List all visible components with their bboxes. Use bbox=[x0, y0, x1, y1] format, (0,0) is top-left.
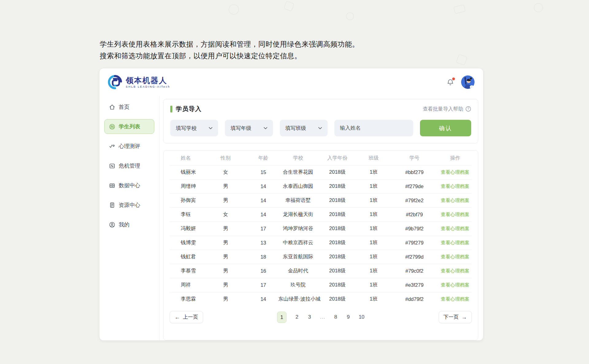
left-arrow-icon: ← bbox=[175, 314, 180, 320]
view-psych-profile-link[interactable]: 查看心理档案 bbox=[441, 268, 469, 273]
view-psych-profile-link[interactable]: 查看心理档案 bbox=[441, 184, 469, 189]
cell-age: 14 bbox=[248, 207, 279, 222]
cell-class: 1班 bbox=[357, 264, 390, 278]
filter-row: 填写学校填写年级填写班级确认 bbox=[170, 120, 471, 136]
notification-dot bbox=[452, 78, 455, 80]
next-page-button[interactable]: 下一页 → bbox=[439, 311, 472, 323]
sidebar-item-6[interactable]: 资源中心 bbox=[104, 198, 154, 212]
page-number-2[interactable]: 2 bbox=[295, 314, 299, 320]
cell-action: 查看心理档案 bbox=[439, 179, 472, 193]
cell-id: #9b79f2 bbox=[390, 222, 439, 236]
cell-gender: 男 bbox=[203, 264, 248, 278]
decor-circle bbox=[229, 4, 239, 15]
cell-gender: 女 bbox=[203, 165, 248, 179]
select-placeholder: 填写班级 bbox=[285, 125, 306, 132]
page-number-3[interactable]: 3 bbox=[307, 314, 312, 320]
notification-bell-icon[interactable] bbox=[446, 78, 454, 86]
prev-page-button[interactable]: ← 上一页 bbox=[170, 311, 203, 323]
column-header: 操作 bbox=[439, 151, 472, 165]
cell-id: #79f279 bbox=[390, 236, 439, 250]
cell-year: 2018级 bbox=[318, 179, 357, 193]
view-psych-profile-link[interactable]: 查看心理档案 bbox=[441, 296, 469, 301]
cell-age: 18 bbox=[248, 250, 279, 264]
column-header: 入学年份 bbox=[318, 151, 357, 165]
view-psych-profile-link[interactable]: 查看心理档案 bbox=[441, 212, 469, 217]
crisis-monitor-icon bbox=[109, 163, 115, 169]
cell-age: 14 bbox=[248, 179, 279, 193]
design-annotation: 学生列表使用表格来展示数据，方据阅读和管理，同时使用绿色来强调高频功能。 搜索和… bbox=[100, 38, 359, 62]
student-table-panel: 姓名性别年龄学校入学年份班级学号操作 钱丽米女15合生世界花园2018级1班#b… bbox=[163, 150, 478, 340]
sidebar-item-5[interactable]: 数据中心 bbox=[104, 178, 154, 193]
view-psych-profile-link[interactable]: 查看心理档案 bbox=[441, 226, 469, 231]
sidebar-item-4[interactable]: 危机管理 bbox=[104, 158, 154, 173]
sidebar-item-label: 数据中心 bbox=[119, 182, 140, 189]
sidebar-item-label: 首页 bbox=[119, 103, 129, 111]
name-input[interactable] bbox=[334, 120, 413, 136]
view-psych-profile-link[interactable]: 查看心理档案 bbox=[441, 282, 469, 287]
column-header: 学号 bbox=[390, 151, 439, 165]
cell-class: 1班 bbox=[357, 193, 390, 207]
school-select[interactable]: 填写学校 bbox=[170, 120, 218, 136]
cell-age: 16 bbox=[248, 264, 279, 278]
class-select[interactable]: 填写班级 bbox=[280, 120, 328, 136]
cell-gender: 男 bbox=[203, 278, 248, 292]
pagination: ← 上一页 123...8910 下一页 → bbox=[170, 311, 472, 323]
cell-name: 钱博雯 bbox=[170, 236, 203, 250]
page-number-8[interactable]: 8 bbox=[333, 314, 338, 320]
cell-id: #79c0f2 bbox=[390, 264, 439, 278]
cell-year: 2018级 bbox=[318, 292, 357, 306]
chevron-down-icon bbox=[264, 127, 268, 130]
cell-id: #bbf279 bbox=[390, 165, 439, 179]
question-circle-icon: ? bbox=[465, 106, 471, 112]
sidebar-item-3[interactable]: 心理测评 bbox=[104, 139, 154, 154]
table-row: 钱丽米女15合生世界花园2018级1班#bbf279查看心理档案 bbox=[170, 165, 472, 179]
cell-id: #f279de bbox=[390, 179, 439, 193]
cell-action: 查看心理档案 bbox=[439, 222, 472, 236]
view-psych-profile-link[interactable]: 查看心理档案 bbox=[441, 240, 469, 245]
user-avatar[interactable] bbox=[461, 75, 475, 89]
cell-year: 2018级 bbox=[318, 236, 357, 250]
cell-year: 2018级 bbox=[318, 250, 357, 264]
grade-select[interactable]: 填写年级 bbox=[225, 120, 273, 136]
page-number-1[interactable]: 1 bbox=[277, 312, 287, 323]
cell-class: 1班 bbox=[357, 278, 390, 292]
cell-gender: 男 bbox=[203, 236, 248, 250]
cell-name: 冯毅妍 bbox=[170, 222, 203, 236]
brand-logo-icon bbox=[107, 74, 123, 90]
sidebar-item-label: 心理测评 bbox=[119, 142, 140, 150]
column-header: 班级 bbox=[357, 151, 390, 165]
sidebar-item-label: 资源中心 bbox=[119, 201, 140, 209]
sidebar-item-7[interactable]: 我的 bbox=[104, 217, 154, 232]
help-link-label: 查看批量导入帮助 bbox=[423, 106, 463, 112]
cell-class: 1班 bbox=[357, 250, 390, 264]
view-psych-profile-link[interactable]: 查看心理档案 bbox=[441, 198, 469, 203]
page-number-9[interactable]: 9 bbox=[346, 314, 350, 320]
cell-class: 1班 bbox=[357, 222, 390, 236]
student-import-panel: 学员导入 查看批量导入帮助 ? 填写学校填写年级填写班级确认 bbox=[163, 99, 478, 143]
table-row: 周缙绅男14永泰西山御园2018级1班#f279de查看心理档案 bbox=[170, 179, 472, 193]
page-ellipsis: ... bbox=[320, 314, 325, 320]
sidebar-item-1[interactable]: 首页 bbox=[104, 100, 154, 114]
sidebar-item-label: 学生列表 bbox=[119, 123, 140, 130]
cell-age: 17 bbox=[248, 278, 279, 292]
cell-id: #dd79f2 bbox=[390, 292, 439, 306]
sidebar-item-2[interactable]: 学生列表 bbox=[104, 119, 154, 134]
cell-school: 合生世界花园 bbox=[279, 165, 318, 179]
cell-action: 查看心理档案 bbox=[439, 250, 472, 264]
right-arrow-icon: → bbox=[461, 314, 467, 320]
page-number-10[interactable]: 10 bbox=[359, 314, 364, 320]
cell-age: 15 bbox=[248, 165, 279, 179]
cell-class: 1班 bbox=[357, 165, 390, 179]
batch-import-help-link[interactable]: 查看批量导入帮助 ? bbox=[423, 106, 471, 112]
sidebar-item-label: 我的 bbox=[119, 221, 129, 228]
student-table: 姓名性别年龄学校入学年份班级学号操作 钱丽米女15合生世界花园2018级1班#b… bbox=[170, 151, 472, 306]
decor-square bbox=[453, 4, 466, 14]
view-psych-profile-link[interactable]: 查看心理档案 bbox=[441, 254, 469, 259]
view-psych-profile-link[interactable]: 查看心理档案 bbox=[441, 169, 469, 175]
brand-logo[interactable]: 领本机器人 SHLB LEADING-AiTech bbox=[107, 74, 170, 90]
confirm-button[interactable]: 确认 bbox=[420, 120, 471, 136]
cell-action: 查看心理档案 bbox=[439, 165, 472, 179]
table-row: 钱博雯男13中粮京西祥云2018级1班#79f279查看心理档案 bbox=[170, 236, 472, 250]
data-grid-icon bbox=[109, 182, 115, 189]
cell-year: 2018级 bbox=[318, 264, 357, 278]
